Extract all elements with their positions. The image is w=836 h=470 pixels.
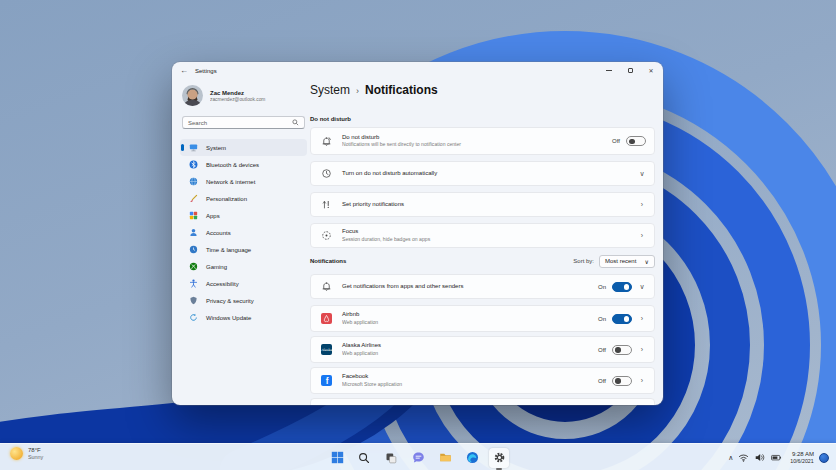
weather-widget[interactable]: 78°F Sunny [10, 447, 45, 460]
facebook-icon: f [321, 375, 332, 386]
notifications-toggle[interactable] [612, 282, 632, 292]
avatar [182, 85, 203, 106]
accessibility-person-icon [189, 279, 198, 288]
sun-icon [10, 447, 23, 460]
tray-chevron-icon[interactable]: ∧ [728, 454, 733, 462]
chevron-down-icon[interactable]: ∨ [638, 283, 646, 291]
sidebar-item-system[interactable]: System [180, 139, 307, 156]
app-row-facebook[interactable]: f Facebook Microsoft Store application O… [310, 367, 655, 394]
sidebar-item-accounts[interactable]: Accounts [180, 224, 307, 241]
sidebar-item-label: Time & language [206, 247, 251, 253]
chat-icon [412, 451, 425, 464]
alaska-airlines-icon: Alaska [321, 344, 332, 355]
battery-icon[interactable] [770, 452, 782, 463]
sidebar-item-personalization[interactable]: Personalization [180, 190, 307, 207]
notification-badge-icon[interactable] [819, 453, 829, 463]
chevron-down-icon[interactable]: ∨ [638, 170, 646, 178]
focus-card[interactable]: Focus Session duration, hide badges on a… [310, 223, 655, 248]
chevron-right-icon[interactable]: › [638, 232, 646, 239]
tray-time: 9:28 AM [787, 451, 814, 458]
account-header[interactable]: Zac Mendez zacmendez@outlook.com [182, 85, 305, 106]
card-title: Turn on do not disturb automatically [342, 170, 638, 178]
sidebar-item-bluetooth-devices[interactable]: Bluetooth & devices [180, 156, 307, 173]
dnd-auto-card[interactable]: Turn on do not disturb automatically ∨ [310, 161, 655, 186]
search-icon [358, 452, 370, 464]
do-not-disturb-card[interactable]: Do not disturb Notifications will be sen… [310, 127, 655, 155]
sidebar-item-windows-update[interactable]: Windows Update [180, 309, 307, 326]
breadcrumb-parent[interactable]: System [310, 83, 350, 97]
user-email: zacmendez@outlook.com [210, 96, 265, 101]
sidebar-item-label: Accounts [206, 230, 231, 236]
sort-by-label: Sort by: [573, 258, 594, 264]
start-button[interactable] [327, 448, 347, 468]
app-row-microsoft-teams[interactable]: T Microsoft Teams On › [310, 398, 655, 405]
breadcrumb: System › Notifications [310, 83, 438, 97]
gear-icon [493, 451, 506, 464]
sidebar-item-label: Gaming [206, 264, 227, 270]
task-view-button[interactable] [381, 448, 401, 468]
file-explorer-button[interactable] [435, 448, 455, 468]
app-row-alaska-airlines[interactable]: Alaska Alaska Airlines Web application O… [310, 336, 655, 363]
chevron-right-icon[interactable]: › [638, 377, 646, 384]
priority-icon [321, 199, 332, 210]
priority-notifications-card[interactable]: Set priority notifications › [310, 192, 655, 217]
window-titlebar[interactable]: ← Settings ✕ [172, 62, 663, 79]
app-row-airbnb[interactable]: Airbnb Web application On › [310, 305, 655, 332]
sidebar-item-privacy-security[interactable]: Privacy & security [180, 292, 307, 309]
volume-icon[interactable] [754, 452, 765, 463]
sidebar-item-gaming[interactable]: Gaming [180, 258, 307, 275]
toggle-state-label: On [598, 316, 606, 322]
sidebar-item-label: Accessibility [206, 281, 239, 287]
clock-icon [321, 168, 332, 179]
person-icon [189, 228, 198, 237]
search-button[interactable] [354, 448, 374, 468]
app-type: Microsoft Store application [342, 381, 560, 387]
toggle-state-label: Off [598, 378, 606, 384]
search-placeholder: Search [188, 120, 207, 126]
task-view-icon [385, 452, 397, 464]
settings-taskbar-button[interactable] [489, 448, 509, 468]
sidebar-item-label: Windows Update [206, 315, 251, 321]
back-icon[interactable]: ← [180, 66, 188, 75]
close-button[interactable]: ✕ [645, 65, 657, 76]
window-title: Settings [195, 68, 217, 74]
clock-widget[interactable]: 9:28 AM 10/6/2021 [787, 451, 814, 464]
sidebar-item-time-language[interactable]: Time & language [180, 241, 307, 258]
settings-sidebar: Zac Mendez zacmendez@outlook.com Search … [180, 80, 307, 326]
search-input[interactable]: Search [182, 116, 305, 129]
chat-button[interactable] [408, 448, 428, 468]
xbox-icon [189, 262, 198, 271]
monitor-icon [189, 143, 198, 152]
minimize-button[interactable] [603, 65, 615, 76]
sidebar-item-network-internet[interactable]: Network & internet [180, 173, 307, 190]
chevron-right-icon[interactable]: › [638, 315, 646, 322]
sort-dropdown[interactable]: Most recent ∨ [599, 255, 655, 268]
settings-window: ← Settings ✕ Zac Mendez zacmendez@ [172, 62, 663, 405]
alaska-airlines-toggle[interactable] [612, 345, 632, 355]
chevron-right-icon[interactable]: › [638, 201, 646, 208]
app-name: Alaska Airlines [342, 342, 598, 350]
focus-icon [321, 230, 332, 241]
airbnb-toggle[interactable] [612, 314, 632, 324]
chevron-right-icon[interactable]: › [638, 346, 646, 353]
svg-text:Alaska: Alaska [321, 348, 332, 352]
folder-icon [439, 451, 452, 464]
wifi-icon[interactable] [738, 452, 749, 463]
card-title: Do not disturb [342, 134, 612, 142]
card-subtitle: Notifications will be sent directly to n… [342, 142, 572, 148]
bluetooth-icon [189, 160, 198, 169]
update-arrows-icon [189, 313, 198, 322]
card-title: Set priority notifications [342, 201, 638, 209]
maximize-button[interactable] [624, 65, 636, 76]
app-type: Web application [342, 319, 560, 325]
sort-value: Most recent [605, 258, 636, 264]
facebook-toggle[interactable] [612, 376, 632, 386]
shield-icon [189, 296, 198, 305]
sidebar-item-apps[interactable]: Apps [180, 207, 307, 224]
edge-button[interactable] [462, 448, 482, 468]
card-title: Focus [342, 228, 638, 236]
get-notifications-card[interactable]: Get notifications from apps and other se… [310, 274, 655, 299]
notifications-section-header: Notifications [310, 258, 573, 264]
dnd-toggle[interactable] [626, 136, 646, 146]
sidebar-item-accessibility[interactable]: Accessibility [180, 275, 307, 292]
